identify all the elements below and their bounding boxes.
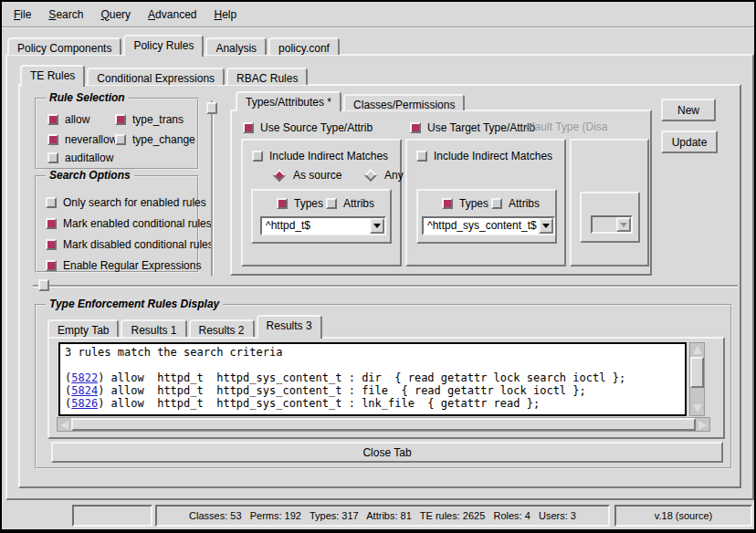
checkbox-neverallow[interactable]: neverallow [47, 133, 117, 146]
target-attribs-checkbox[interactable]: Attribs [491, 197, 540, 210]
status-box-empty [72, 505, 152, 527]
default-type-frame [570, 139, 649, 266]
te-tab-bar: TE Rules Conditional Expressions RBAC Ru… [20, 65, 310, 87]
target-type-combobox[interactable]: ^httpd_sys_content_t$ [422, 216, 555, 235]
default-type-label-text: Default Type (Disa [526, 120, 608, 133]
radio-indicator [364, 169, 377, 182]
source-attribs-checkbox[interactable]: Attribs [326, 197, 374, 210]
menu-query[interactable]: Query [100, 8, 131, 21]
results-horizontal-scrollbar[interactable] [57, 417, 710, 432]
menu-search[interactable]: Search [48, 8, 83, 21]
horizontal-sash-handle[interactable] [38, 279, 49, 291]
update-button[interactable]: Update [661, 131, 718, 153]
status-box-stats: Classes: 53 Perms: 192 Types: 317 Attrib… [155, 505, 610, 527]
checkbox-indicator [491, 198, 502, 209]
checkbox-indicator [115, 134, 126, 145]
scrollbar-thumb[interactable] [690, 357, 704, 388]
search-options-group: Search Options Only search for enabled r… [35, 175, 199, 273]
results-textarea[interactable]: 3 rules match the search criteria (5822)… [58, 342, 687, 416]
checkbox-label: Enable Regular Expressions [63, 259, 201, 272]
source-types-checkbox[interactable]: Types [277, 197, 323, 210]
scrollbar-thumb[interactable] [71, 418, 696, 431]
checkbox-indicator [277, 198, 288, 209]
checkbox-only-enabled-rules[interactable]: Only search for enabled rules [46, 196, 206, 209]
tab-policy-components[interactable]: Policy Components [7, 37, 121, 55]
checkbox-label: Use Source Type/Attrib [260, 121, 373, 134]
checkbox-indicator [442, 198, 453, 209]
source-as-source-radio[interactable]: As source [272, 169, 341, 182]
rule-id-link[interactable]: 5826 [71, 397, 98, 410]
combobox-value: ^httpd_t$ [262, 218, 370, 234]
use-target-checkbox[interactable]: Use Target Type/Attrib [410, 121, 535, 134]
rule-id-link[interactable]: 5822 [71, 371, 98, 384]
target-types-checkbox[interactable]: Types [442, 197, 488, 210]
checkbox-mark-disabled-conditional[interactable]: Mark disabled conditional rules [46, 238, 214, 251]
source-type-combobox[interactable]: ^httpd_t$ [260, 216, 386, 235]
checkbox-indicator [47, 152, 58, 163]
types-attr-tab-bar: Types/Attributes * Classes/Permissions [236, 91, 467, 111]
use-source-checkbox[interactable]: Use Source Type/Attrib [243, 121, 373, 134]
tab-types-attributes[interactable]: Types/Attributes * [236, 91, 341, 111]
checkbox-indicator [47, 134, 58, 145]
menu-bar: File Search Query Advanced Help [2, 2, 754, 28]
target-types-frame: Types Attribs ^httpd_sys_content_t$ [416, 189, 557, 244]
checkbox-type-trans[interactable]: type_trans [115, 113, 184, 126]
menu-advanced[interactable]: Advanced [148, 8, 196, 21]
results-vertical-scrollbar[interactable] [689, 342, 705, 416]
tab-conditional-expressions[interactable]: Conditional Expressions [87, 68, 225, 85]
tab-classes-permissions[interactable]: Classes/Permissions [343, 94, 465, 110]
new-button[interactable]: New [661, 99, 716, 121]
checkbox-enable-regex[interactable]: Enable Regular Expressions [46, 259, 201, 272]
te-rules-display-title: Type Enforcement Rules Display [46, 298, 223, 310]
checkbox-label: Only search for enabled rules [63, 196, 206, 209]
source-frame: Include Indirect Matches As source Any T… [241, 139, 402, 266]
checkbox-label: Mark disabled conditional rules [63, 238, 214, 251]
checkbox-indicator [252, 151, 263, 162]
combobox-value: ^httpd_sys_content_t$ [424, 218, 539, 234]
tab-analysis[interactable]: Analysis [205, 37, 267, 55]
source-include-indirect-checkbox[interactable]: Include Indirect Matches [252, 150, 388, 162]
target-include-indirect-checkbox[interactable]: Include Indirect Matches [416, 150, 552, 162]
checkbox-label: type_change [132, 133, 195, 146]
checkbox-mark-enabled-conditional[interactable]: Mark enabled conditional rules [46, 217, 212, 230]
te-rules-display-group: Type Enforcement Rules Display Empty Tab… [35, 304, 732, 469]
checkbox-allow[interactable]: allow [47, 113, 89, 126]
chevron-down-icon [373, 224, 381, 228]
tab-te-rules[interactable]: TE Rules [20, 65, 85, 87]
checkbox-label: Types [459, 197, 488, 210]
checkbox-indicator [46, 197, 57, 208]
checkbox-label: Include Indirect Matches [269, 150, 388, 162]
close-tab-button[interactable]: Close Tab [51, 442, 723, 463]
vertical-sash-handle[interactable] [206, 102, 217, 114]
checkbox-label: Include Indirect Matches [434, 150, 552, 162]
menu-help[interactable]: Help [214, 8, 236, 21]
checkbox-label: Use Target Type/Attrib [427, 121, 535, 134]
checkbox-type-change[interactable]: type_change [115, 133, 195, 146]
checkbox-label: allow [65, 113, 89, 126]
checkbox-label: Attribs [509, 197, 540, 210]
tab-policy-conf[interactable]: policy.conf [268, 37, 340, 55]
scroll-left-arrow[interactable] [58, 418, 71, 432]
checkbox-indicator [243, 122, 254, 133]
combobox-dropdown-button[interactable] [539, 218, 553, 234]
vertical-sash-line [211, 100, 213, 276]
checkbox-indicator [410, 122, 421, 133]
scroll-down-arrow[interactable] [690, 402, 704, 415]
tab-rbac-rules[interactable]: RBAC Rules [226, 68, 308, 85]
scroll-up-arrow[interactable] [690, 343, 704, 357]
checkbox-indicator [46, 260, 57, 271]
tab-results-3[interactable]: Results 3 [257, 315, 322, 339]
tab-empty-tab[interactable]: Empty Tab [47, 319, 119, 337]
rule-id-link[interactable]: 5824 [71, 384, 98, 397]
tab-results-1[interactable]: Results 1 [121, 319, 186, 337]
tab-results-2[interactable]: Results 2 [189, 319, 255, 337]
rule-selection-group: Rule Selection allow type_trans neverall… [35, 98, 199, 170]
scroll-right-arrow[interactable] [696, 418, 709, 432]
source-any-radio[interactable]: Any [363, 169, 404, 182]
horizontal-sash-line [33, 285, 738, 287]
combobox-dropdown-button[interactable] [370, 218, 384, 234]
tab-policy-rules[interactable]: Policy Rules [123, 35, 204, 57]
checkbox-indicator [47, 114, 58, 125]
checkbox-auditallow[interactable]: auditallow [47, 152, 113, 164]
menu-file[interactable]: File [14, 8, 31, 21]
